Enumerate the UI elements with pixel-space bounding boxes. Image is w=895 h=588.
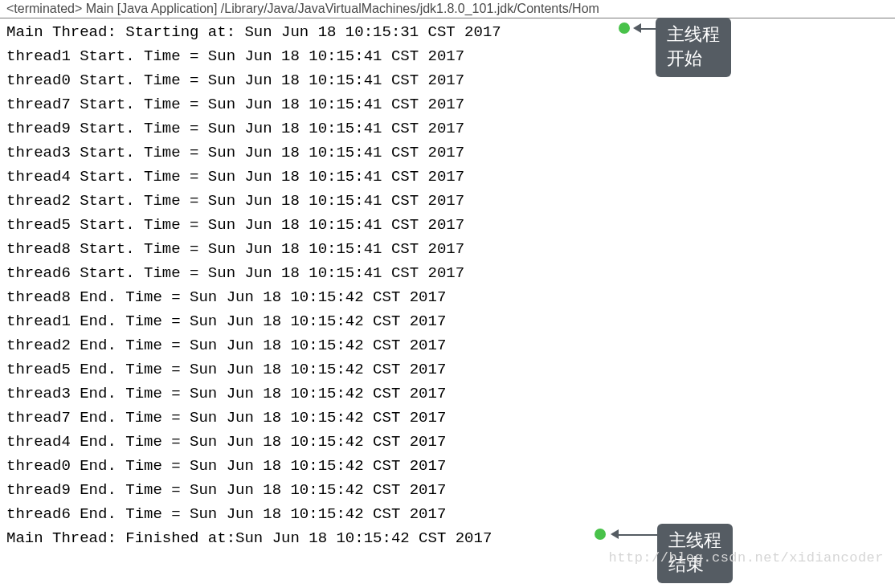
console-line: thread0 End. Time = Sun Jun 18 10:15:42 … xyxy=(6,454,895,478)
console-line: thread1 End. Time = Sun Jun 18 10:15:42 … xyxy=(6,309,895,333)
console-line: thread9 End. Time = Sun Jun 18 10:15:42 … xyxy=(6,478,895,502)
run-path: Main [Java Application] /Library/Java/Ja… xyxy=(82,2,599,15)
console-line: thread6 End. Time = Sun Jun 18 10:15:42 … xyxy=(6,502,895,526)
console-line: thread7 Start. Time = Sun Jun 18 10:15:4… xyxy=(6,92,895,116)
console-header: <terminated> Main [Java Application] /Li… xyxy=(0,0,895,18)
console-line: thread2 End. Time = Sun Jun 18 10:15:42 … xyxy=(6,333,895,357)
console-line: thread9 Start. Time = Sun Jun 18 10:15:4… xyxy=(6,116,895,141)
run-status: <terminated> xyxy=(6,2,82,15)
console-line: thread1 Start. Time = Sun Jun 18 10:15:4… xyxy=(6,44,895,68)
console-line: thread3 Start. Time = Sun Jun 18 10:15:4… xyxy=(6,141,895,165)
console-line: Main Thread: Starting at: Sun Jun 18 10:… xyxy=(6,20,895,44)
console-output: Main Thread: Starting at: Sun Jun 18 10:… xyxy=(0,18,895,550)
console-line: thread5 End. Time = Sun Jun 18 10:15:42 … xyxy=(6,357,895,382)
console-line: thread8 End. Time = Sun Jun 18 10:15:42 … xyxy=(6,285,895,309)
console-line: thread5 Start. Time = Sun Jun 18 10:15:4… xyxy=(6,213,895,237)
console-line: thread4 End. Time = Sun Jun 18 10:15:42 … xyxy=(6,430,895,454)
console-line: thread2 Start. Time = Sun Jun 18 10:15:4… xyxy=(6,189,895,213)
console-line: thread0 Start. Time = Sun Jun 18 10:15:4… xyxy=(6,68,895,92)
console-line: thread4 Start. Time = Sun Jun 18 10:15:4… xyxy=(6,165,895,189)
console-line: Main Thread: Finished at:Sun Jun 18 10:1… xyxy=(6,526,895,550)
console-line: thread3 End. Time = Sun Jun 18 10:15:42 … xyxy=(6,382,895,406)
console-line: thread8 Start. Time = Sun Jun 18 10:15:4… xyxy=(6,237,895,261)
console-line: thread6 Start. Time = Sun Jun 18 10:15:4… xyxy=(6,261,895,285)
console-line: thread7 End. Time = Sun Jun 18 10:15:42 … xyxy=(6,406,895,430)
